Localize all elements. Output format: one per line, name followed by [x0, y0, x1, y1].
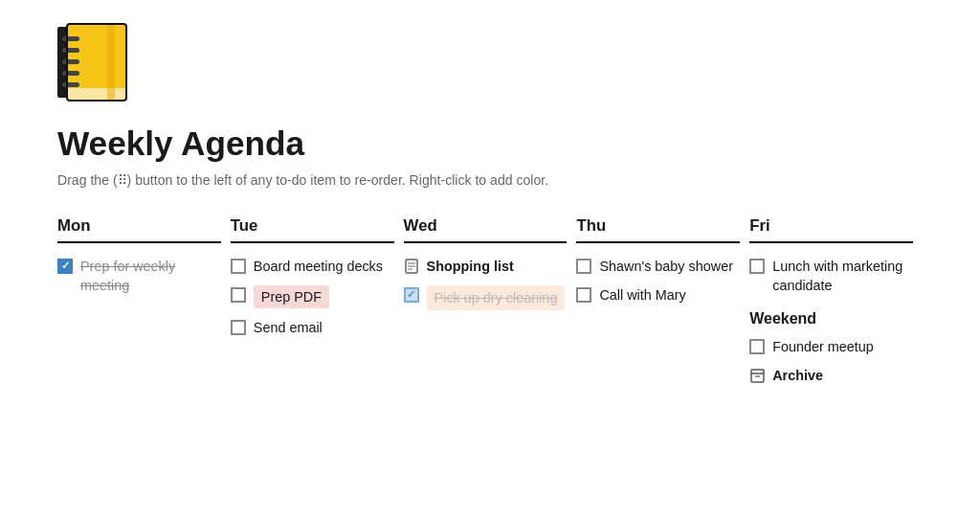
checkbox-tue2[interactable]: [231, 287, 246, 303]
column-tue: Tue Board meeting decks Prep PDF Send em…: [231, 216, 404, 347]
agenda-columns: Mon Prep for weekly meeting Tue Board me…: [57, 216, 923, 396]
svg-rect-15: [751, 370, 764, 373]
weekend-subheader: Weekend: [749, 310, 913, 328]
column-mon: Mon Prep for weekly meeting: [57, 216, 231, 305]
item-text-mon1: Prep for weekly meeting: [80, 257, 221, 295]
list-item: Shopping list: [404, 257, 568, 276]
column-header-fri: Fri: [749, 216, 913, 243]
checkbox-tue1[interactable]: [231, 259, 246, 274]
column-header-wed: Wed: [404, 216, 568, 243]
column-header-thu: Thu: [576, 216, 740, 243]
checkbox-mon1[interactable]: [57, 259, 73, 274]
checkbox-weekend1[interactable]: [749, 339, 765, 354]
item-text-wed1: Shopping list: [427, 257, 568, 276]
checkbox-fri1[interactable]: [749, 259, 765, 274]
list-item: Prep PDF: [231, 285, 394, 308]
item-text-thu1: Shawn's baby shower: [599, 257, 740, 276]
svg-rect-5: [62, 59, 79, 64]
svg-rect-7: [62, 82, 79, 87]
archive-icon: [749, 368, 765, 383]
svg-rect-2: [67, 88, 126, 101]
checkbox-tue3[interactable]: [231, 320, 246, 335]
column-thu: Thu Shawn's baby shower Call with Mary: [576, 216, 749, 314]
list-item: Lunch with marketing candidate: [749, 257, 913, 295]
list-item: Board meeting decks: [231, 257, 394, 276]
highlight-peach: Pick up dry cleaning: [427, 285, 566, 310]
document-icon: [404, 259, 419, 274]
item-text-wed2: Pick up dry cleaning: [427, 285, 568, 310]
svg-rect-8: [107, 24, 115, 101]
list-item: Founder meetup: [749, 337, 913, 356]
item-text-weekend1: Founder meetup: [772, 337, 913, 356]
item-text-thu2: Call with Mary: [599, 285, 740, 305]
list-item: Archive: [749, 366, 913, 385]
list-item: Call with Mary: [576, 285, 740, 305]
page-subtitle: Drag the (⠿) button to the left of any t…: [57, 172, 923, 188]
list-item: Send email: [231, 318, 394, 337]
highlight-pink: Prep PDF: [254, 285, 329, 308]
app-icon: [57, 19, 134, 105]
item-text-fri1: Lunch with marketing candidate: [772, 257, 913, 295]
svg-rect-6: [62, 71, 79, 76]
item-text-tue2: Prep PDF: [254, 285, 394, 308]
svg-rect-4: [62, 48, 79, 53]
item-text-tue1: Board meeting decks: [254, 257, 394, 276]
item-text-weekend2: Archive: [772, 366, 913, 385]
svg-rect-3: [62, 36, 79, 41]
list-item: Shawn's baby shower: [576, 257, 740, 276]
page-title: Weekly Agenda: [57, 124, 923, 163]
column-header-tue: Tue: [231, 216, 394, 243]
list-item: Pick up dry cleaning: [404, 285, 568, 310]
item-text-tue3: Send email: [254, 318, 394, 337]
column-header-mon: Mon: [57, 216, 221, 243]
list-item: Prep for weekly meeting: [57, 257, 221, 295]
checkbox-thu2[interactable]: [576, 287, 591, 303]
column-wed: Wed Shopping list Pick up dry cleaning: [404, 216, 577, 320]
checkbox-thu1[interactable]: [576, 259, 591, 274]
column-fri: Fri Lunch with marketing candidate Weeke…: [749, 216, 923, 396]
checkbox-wed2[interactable]: [404, 287, 419, 303]
